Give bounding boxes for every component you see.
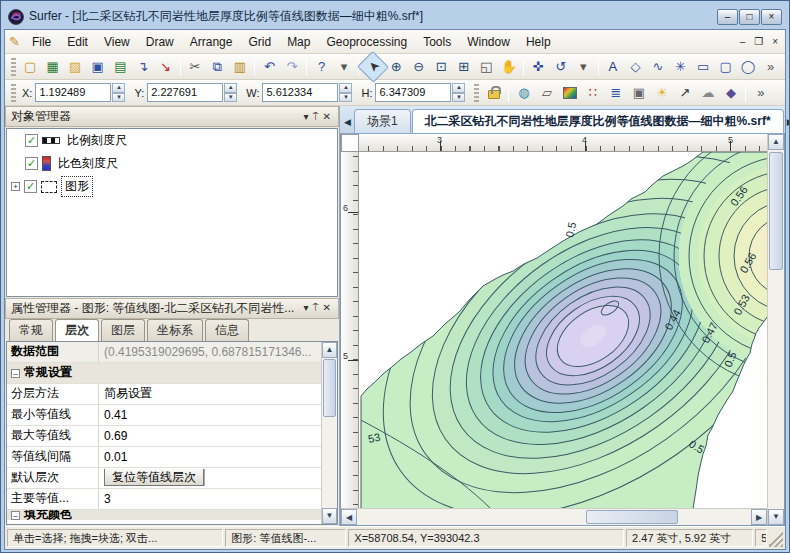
spinner-up-icon[interactable]: ▲ bbox=[339, 83, 352, 93]
property-value[interactable]: 简易设置 bbox=[99, 385, 337, 402]
property-value[interactable]: 0.69 bbox=[99, 429, 337, 443]
toolbar-options-icon[interactable]: ▾ bbox=[333, 56, 356, 78]
pm-scroll-thumb[interactable] bbox=[323, 359, 336, 417]
rounded-rect-icon[interactable]: ▢ bbox=[714, 56, 737, 78]
doc-tab[interactable]: 场景1 bbox=[354, 109, 411, 133]
cut-icon[interactable]: ✂ bbox=[184, 56, 207, 78]
scroll-left-icon[interactable]: ◀ bbox=[341, 509, 357, 525]
panel-dropdown-icon[interactable]: ▾ bbox=[302, 302, 311, 314]
tab-scroll-right-icon[interactable]: ▶ bbox=[787, 114, 790, 132]
spinner-up-icon[interactable]: ▲ bbox=[452, 83, 465, 93]
property-value[interactable]: 0.01 bbox=[99, 450, 337, 464]
spinner-down-icon[interactable]: ▼ bbox=[112, 93, 125, 103]
whats-this-icon[interactable]: ? bbox=[310, 56, 333, 78]
redraw-icon[interactable]: ↺ bbox=[550, 56, 573, 78]
base-map-icon[interactable]: ▱ bbox=[535, 82, 558, 104]
property-value[interactable]: 3 bbox=[99, 492, 337, 506]
spinner-down-icon[interactable]: ▼ bbox=[224, 93, 237, 103]
zoom-window-icon[interactable]: ⊡ bbox=[430, 56, 453, 78]
hscroll-thumb[interactable] bbox=[586, 510, 678, 524]
symbol-icon[interactable]: ✳ bbox=[669, 56, 692, 78]
object-tree[interactable]: ✓比例刻度尺✓比色刻度尺+✓图形 bbox=[6, 128, 338, 297]
tree-item-2[interactable]: ✓比色刻度尺 bbox=[7, 152, 337, 175]
spinner-up-icon[interactable]: ▲ bbox=[112, 83, 125, 93]
scroll-down-icon[interactable]: ▼ bbox=[768, 509, 784, 525]
menu-draw[interactable]: Draw bbox=[138, 32, 182, 52]
panel-pin-icon[interactable]: ⍑ bbox=[311, 111, 321, 123]
spinner-up-icon[interactable]: ▲ bbox=[224, 83, 237, 93]
visibility-checkbox[interactable]: ✓ bbox=[25, 134, 38, 147]
vertical-scrollbar[interactable]: ▲ ▼ bbox=[767, 134, 784, 525]
x-field-spinner[interactable]: ▲▼ bbox=[112, 83, 125, 102]
close-button[interactable]: × bbox=[761, 9, 782, 25]
menu-map[interactable]: Map bbox=[279, 32, 318, 52]
surface-3d-icon[interactable]: ◆ bbox=[719, 82, 742, 104]
doc-tab[interactable]: 北二采区钻孔不同岩性地层厚度比例等值线图数据—细中粗%.srf* bbox=[412, 109, 784, 133]
collapse-icon[interactable]: – bbox=[11, 511, 20, 520]
export-icon[interactable]: ↘ bbox=[154, 56, 177, 78]
text-icon[interactable]: A bbox=[602, 56, 625, 78]
menu-file[interactable]: File bbox=[24, 32, 59, 52]
y-field-input[interactable]: 2.227691 bbox=[147, 83, 223, 102]
scroll-up-icon[interactable]: ▲ bbox=[322, 342, 337, 358]
property-value[interactable]: 0.41 bbox=[99, 408, 337, 422]
view-options-icon[interactable]: ▾ bbox=[572, 56, 595, 78]
minimize-button[interactable]: – bbox=[717, 9, 738, 25]
redo-icon[interactable]: ↷ bbox=[281, 56, 304, 78]
w-field-spinner[interactable]: ▲▼ bbox=[339, 83, 352, 102]
contour-map-icon[interactable]: ◍ bbox=[512, 82, 535, 104]
vscroll-thumb[interactable] bbox=[769, 152, 783, 270]
menu-geoprocessing[interactable]: Geoprocessing bbox=[318, 32, 415, 52]
panel-close-icon[interactable]: ✕ bbox=[321, 302, 333, 314]
page-preview-icon[interactable]: ◱ bbox=[475, 56, 498, 78]
rectangle-icon[interactable]: ▭ bbox=[692, 56, 715, 78]
hscroll-track[interactable] bbox=[357, 509, 751, 525]
reset-levels-button[interactable]: 复位等值线层次 bbox=[104, 469, 204, 486]
move-view-icon[interactable]: ✜ bbox=[527, 56, 550, 78]
print-icon[interactable]: ▤ bbox=[109, 56, 132, 78]
panel-close-icon[interactable]: ✕ bbox=[321, 111, 333, 123]
y-field-spinner[interactable]: ▲▼ bbox=[224, 83, 237, 102]
menu-window[interactable]: Window bbox=[459, 32, 518, 52]
scroll-down-icon[interactable]: ▼ bbox=[322, 508, 337, 524]
shaded-relief-icon[interactable]: ☀ bbox=[650, 82, 673, 104]
visibility-checkbox[interactable]: ✓ bbox=[24, 180, 37, 193]
ellipse-icon[interactable]: ◯ bbox=[737, 56, 760, 78]
tab-信息[interactable]: 信息 bbox=[205, 319, 249, 341]
polygon-icon[interactable]: ◇ bbox=[624, 56, 647, 78]
classed-post-icon[interactable]: ≣ bbox=[604, 82, 627, 104]
new-plot-icon[interactable]: ▢ bbox=[19, 56, 42, 78]
scroll-up-icon[interactable]: ▲ bbox=[768, 134, 784, 150]
pm-scroll-track[interactable] bbox=[322, 358, 337, 508]
property-scrollbar[interactable]: ▲▼ bbox=[321, 342, 337, 524]
menu-arrange[interactable]: Arrange bbox=[182, 32, 241, 52]
copy-icon[interactable]: ⧉ bbox=[206, 56, 229, 78]
visibility-checkbox[interactable]: ✓ bbox=[25, 157, 38, 170]
menu-grid[interactable]: Grid bbox=[240, 32, 279, 52]
mdi-close-button[interactable]: × bbox=[769, 36, 781, 47]
zoom-out-icon[interactable]: ⊖ bbox=[407, 56, 430, 78]
spinner-down-icon[interactable]: ▼ bbox=[339, 93, 352, 103]
image-map-icon[interactable] bbox=[558, 82, 581, 104]
tab-坐标系[interactable]: 坐标系 bbox=[147, 319, 203, 341]
save-icon[interactable]: ▣ bbox=[86, 56, 109, 78]
contour-canvas[interactable]: 0.50.440.470.50.560.53530.50.56 bbox=[359, 152, 767, 508]
post-map-icon[interactable]: ∷ bbox=[581, 82, 604, 104]
w-field-input[interactable]: 5.612334 bbox=[262, 83, 338, 102]
tab-图层[interactable]: 图层 bbox=[101, 319, 145, 341]
menu-edit[interactable]: Edit bbox=[59, 32, 96, 52]
open-icon[interactable]: ▨ bbox=[64, 56, 87, 78]
new-worksheet-icon[interactable]: ▦ bbox=[41, 56, 64, 78]
grid-vector-icon[interactable]: ↗ bbox=[673, 82, 696, 104]
image-icon[interactable]: ▣ bbox=[627, 82, 650, 104]
h-field-input[interactable]: 6.347309 bbox=[375, 83, 451, 102]
spinner-down-icon[interactable]: ▼ bbox=[452, 93, 465, 103]
scroll-right-icon[interactable]: ▶ bbox=[751, 509, 767, 525]
menu-view[interactable]: View bbox=[96, 32, 138, 52]
zoom-selected-icon[interactable]: ⊞ bbox=[452, 56, 475, 78]
tree-item-3[interactable]: +✓图形 bbox=[7, 175, 337, 198]
menu-tools[interactable]: Tools bbox=[415, 32, 459, 52]
tab-scroll-left-icon[interactable]: ◀ bbox=[344, 114, 351, 132]
mdi-restore-button[interactable]: ❐ bbox=[751, 36, 766, 47]
paste-icon[interactable]: ▥ bbox=[229, 56, 252, 78]
